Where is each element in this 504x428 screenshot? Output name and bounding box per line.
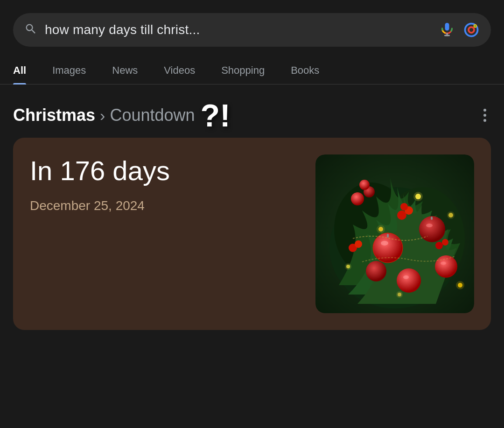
tab-books[interactable]: Books — [278, 56, 332, 84]
more-dot-1 — [483, 109, 486, 112]
microphone-icon[interactable] — [439, 21, 455, 38]
more-dot-2 — [483, 114, 486, 117]
tab-news[interactable]: News — [99, 56, 151, 84]
days-count-text: In 176 days — [30, 154, 306, 187]
search-tabs: All Images News Videos Shopping Books — [0, 56, 504, 84]
tab-images[interactable]: Images — [39, 56, 99, 84]
svg-point-36 — [447, 211, 455, 219]
google-lens-icon[interactable] — [463, 21, 480, 38]
search-icon — [24, 22, 37, 37]
question-badge: ?! — [201, 99, 231, 131]
svg-point-13 — [359, 180, 370, 190]
christmas-countdown-card: In 176 days December 25, 2024 — [13, 138, 491, 330]
svg-point-16 — [381, 241, 388, 246]
tab-shopping[interactable]: Shopping — [208, 56, 278, 84]
svg-point-4 — [469, 27, 474, 33]
svg-point-21 — [366, 261, 386, 281]
svg-point-34 — [377, 225, 385, 233]
svg-point-23 — [441, 262, 446, 265]
svg-rect-43 — [387, 234, 389, 238]
svg-point-40 — [456, 281, 464, 289]
svg-rect-44 — [431, 217, 433, 220]
svg-point-19 — [397, 268, 421, 293]
search-bar-container: how many days till christ... — [0, 0, 504, 56]
tab-videos[interactable]: Videos — [151, 56, 208, 84]
tab-all[interactable]: All — [13, 56, 39, 84]
card-text-content: In 176 days December 25, 2024 — [30, 154, 306, 313]
christmas-tree-image — [315, 154, 474, 313]
breadcrumb-row: Christmas › Countdown ?! — [0, 84, 504, 138]
svg-point-28 — [442, 239, 448, 246]
svg-point-42 — [396, 291, 403, 298]
christmas-tree-svg — [315, 154, 474, 313]
svg-rect-0 — [445, 23, 449, 31]
svg-point-18 — [426, 224, 433, 227]
christmas-date-text: December 25, 2024 — [30, 198, 306, 213]
svg-point-22 — [435, 255, 457, 278]
svg-point-27 — [435, 242, 443, 249]
search-query-text: how many days till christ... — [45, 22, 431, 37]
svg-point-30 — [355, 240, 362, 248]
more-options-button[interactable] — [479, 104, 491, 126]
svg-point-11 — [351, 192, 364, 205]
breadcrumb: Christmas › Countdown — [13, 105, 195, 125]
svg-point-17 — [419, 216, 445, 242]
svg-point-20 — [403, 275, 409, 279]
svg-point-38 — [345, 263, 351, 270]
svg-point-6 — [474, 25, 476, 27]
svg-point-32 — [413, 192, 423, 201]
svg-point-26 — [400, 203, 408, 210]
more-dot-3 — [483, 119, 486, 122]
search-bar[interactable]: how many days till christ... — [13, 13, 491, 47]
